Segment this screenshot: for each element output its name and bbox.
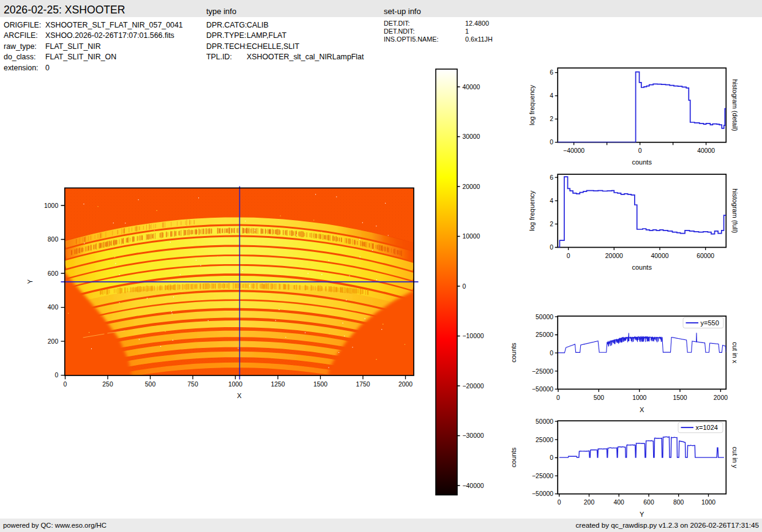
svg-text:XSHOOTER_slt_cal_NIRLampFlat: XSHOOTER_slt_cal_NIRLampFlat — [247, 53, 364, 61]
svg-text:40000: 40000 — [651, 253, 669, 259]
svg-text:0: 0 — [638, 147, 642, 154]
svg-text:XSHOOTER_SLT_FLAT_NIR_057_0041: XSHOOTER_SLT_FLAT_NIR_057_0041 — [45, 21, 183, 29]
svg-text:X: X — [640, 406, 644, 413]
svg-text:0: 0 — [550, 244, 553, 251]
svg-text:200: 200 — [48, 338, 59, 345]
svg-text:200: 200 — [584, 499, 595, 506]
svg-text:−25000: −25000 — [532, 473, 553, 479]
svg-text:1: 1 — [465, 28, 469, 35]
svg-text:40000: 40000 — [697, 147, 715, 154]
svg-text:counts: counts — [510, 447, 517, 467]
svg-text:DET.DIT:: DET.DIT: — [384, 20, 410, 27]
svg-text:−40000: −40000 — [463, 482, 484, 489]
svg-text:6: 6 — [550, 69, 553, 76]
svg-text:2: 2 — [550, 221, 553, 227]
svg-text:1000: 1000 — [44, 202, 58, 209]
svg-text:type info: type info — [206, 7, 236, 16]
svg-text:4: 4 — [550, 92, 553, 99]
svg-text:1500: 1500 — [673, 394, 687, 401]
svg-text:CALIB: CALIB — [247, 21, 269, 29]
svg-text:2: 2 — [550, 116, 553, 122]
svg-text:x=1024: x=1024 — [696, 424, 718, 431]
svg-text:0: 0 — [556, 394, 560, 401]
svg-text:0: 0 — [550, 454, 553, 461]
svg-text:−20000: −20000 — [463, 383, 484, 390]
svg-text:6: 6 — [550, 174, 553, 181]
svg-text:−40000: −40000 — [563, 147, 585, 154]
svg-text:0: 0 — [550, 139, 553, 146]
svg-text:1500: 1500 — [313, 381, 327, 388]
svg-text:1250: 1250 — [271, 381, 285, 388]
svg-text:0: 0 — [550, 350, 553, 357]
svg-text:ARCFILE:: ARCFILE: — [4, 31, 38, 40]
svg-text:cut in y: cut in y — [731, 447, 739, 468]
svg-text:12.4800: 12.4800 — [465, 20, 489, 27]
svg-text:counts: counts — [632, 158, 652, 166]
svg-text:0: 0 — [567, 253, 570, 259]
svg-text:600: 600 — [643, 499, 654, 506]
svg-text:20000: 20000 — [605, 253, 623, 259]
svg-text:60000: 60000 — [697, 253, 714, 259]
svg-text:4: 4 — [550, 198, 553, 204]
svg-text:1000: 1000 — [701, 499, 715, 506]
svg-text:X: X — [237, 392, 242, 399]
svg-text:2000: 2000 — [398, 381, 413, 388]
svg-text:−50000: −50000 — [532, 490, 553, 497]
svg-text:2000: 2000 — [714, 394, 728, 401]
svg-text:1000: 1000 — [632, 394, 646, 401]
svg-text:raw_type:: raw_type: — [4, 42, 37, 51]
svg-text:histogram (full): histogram (full) — [731, 188, 739, 233]
svg-text:0.6x11JH: 0.6x11JH — [465, 35, 493, 43]
svg-text:created by qc_rawdisp.py v1.2.: created by qc_rawdisp.py v1.2.3 on 2026-… — [575, 521, 759, 529]
svg-text:ORIGFILE:: ORIGFILE: — [4, 21, 41, 29]
svg-text:DET.NDIT:: DET.NDIT: — [384, 28, 414, 35]
svg-text:FLAT_SLIT_NIR_ON: FLAT_SLIT_NIR_ON — [45, 53, 116, 61]
svg-text:FLAT_SLIT_NIR: FLAT_SLIT_NIR — [45, 42, 101, 51]
svg-text:ECHELLE,SLIT: ECHELLE,SLIT — [247, 42, 300, 51]
svg-text:750: 750 — [187, 381, 198, 388]
svg-text:500: 500 — [145, 381, 156, 388]
svg-text:INS.OPTI5.NAME:: INS.OPTI5.NAME: — [384, 35, 438, 43]
svg-text:25000: 25000 — [536, 331, 553, 338]
svg-text:2026-02-25: XSHOOTER: 2026-02-25: XSHOOTER — [4, 4, 125, 16]
svg-text:25000: 25000 — [536, 437, 553, 443]
svg-text:40000: 40000 — [463, 84, 480, 91]
svg-text:TPL.ID:: TPL.ID: — [206, 53, 232, 61]
svg-text:0: 0 — [463, 283, 466, 290]
svg-text:DPR.TECH:: DPR.TECH: — [206, 42, 247, 51]
svg-text:Y: Y — [640, 511, 644, 518]
svg-text:50000: 50000 — [536, 418, 553, 425]
svg-text:DPR.TYPE:: DPR.TYPE: — [206, 31, 246, 40]
svg-text:histogram (detail): histogram (detail) — [731, 79, 739, 131]
svg-text:−25000: −25000 — [532, 368, 553, 375]
svg-text:800: 800 — [673, 499, 684, 506]
svg-text:0: 0 — [45, 64, 50, 72]
svg-text:1000: 1000 — [228, 381, 242, 388]
svg-text:−50000: −50000 — [532, 386, 553, 393]
svg-text:log frequency: log frequency — [528, 190, 536, 231]
svg-text:250: 250 — [102, 381, 113, 388]
svg-text:LAMP,FLAT: LAMP,FLAT — [247, 31, 286, 40]
svg-text:counts: counts — [632, 264, 652, 271]
svg-text:600: 600 — [48, 270, 59, 277]
svg-text:cut in x: cut in x — [731, 342, 739, 363]
svg-text:30000: 30000 — [463, 133, 480, 140]
svg-text:set-up info: set-up info — [384, 7, 421, 16]
svg-text:0: 0 — [54, 372, 58, 379]
svg-text:DPR.CATG:: DPR.CATG: — [206, 21, 247, 29]
svg-text:500: 500 — [594, 394, 605, 401]
svg-text:log frequency: log frequency — [528, 84, 536, 125]
svg-text:XSHOO.2026-02-26T17:07:01.566.: XSHOO.2026-02-26T17:07:01.566.fits — [45, 31, 174, 40]
svg-text:y=550: y=550 — [701, 319, 719, 327]
svg-text:−10000: −10000 — [463, 333, 484, 339]
svg-text:counts: counts — [510, 342, 517, 363]
svg-text:1750: 1750 — [356, 381, 370, 388]
svg-text:powered by QC: www.eso.org/HC: powered by QC: www.eso.org/HC — [3, 522, 106, 529]
svg-text:400: 400 — [48, 304, 59, 311]
svg-text:−30000: −30000 — [463, 432, 484, 439]
svg-text:20000: 20000 — [463, 183, 480, 190]
svg-text:800: 800 — [48, 236, 59, 243]
svg-text:0: 0 — [558, 499, 561, 506]
svg-text:extension:: extension: — [4, 64, 38, 72]
svg-text:Y: Y — [26, 279, 34, 284]
